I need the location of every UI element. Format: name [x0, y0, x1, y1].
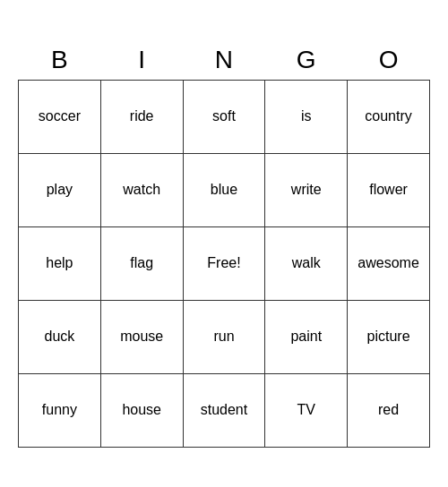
bingo-header-B: B [19, 40, 101, 81]
bingo-cell-4-0[interactable]: funny [19, 373, 101, 447]
bingo-cell-0-2[interactable]: soft [183, 80, 265, 153]
bingo-cell-3-3[interactable]: paint [265, 300, 348, 373]
bingo-cell-1-0[interactable]: play [19, 153, 101, 226]
bingo-cell-0-4[interactable]: country [348, 80, 430, 153]
bingo-cell-0-1[interactable]: ride [100, 80, 183, 153]
bingo-card: BINGO soccerridesoftiscountryplaywatchbl… [18, 40, 430, 448]
bingo-header-G: G [265, 40, 348, 81]
bingo-cell-0-0[interactable]: soccer [19, 80, 101, 153]
bingo-cell-4-4[interactable]: red [348, 373, 430, 447]
bingo-cell-2-0[interactable]: help [19, 226, 101, 300]
bingo-cell-3-4[interactable]: picture [348, 300, 430, 373]
bingo-cell-4-1[interactable]: house [100, 373, 183, 447]
bingo-cell-1-2[interactable]: blue [183, 153, 265, 226]
table-row: funnyhousestudentTVred [19, 373, 430, 447]
bingo-header-N: N [183, 40, 265, 81]
bingo-cell-4-3[interactable]: TV [265, 373, 348, 447]
bingo-cell-2-1[interactable]: flag [100, 226, 183, 300]
bingo-cell-1-1[interactable]: watch [100, 153, 183, 226]
bingo-cell-2-4[interactable]: awesome [348, 226, 430, 300]
bingo-cell-1-4[interactable]: flower [348, 153, 430, 226]
bingo-cell-3-2[interactable]: run [183, 300, 265, 373]
bingo-cell-4-2[interactable]: student [183, 373, 265, 447]
table-row: soccerridesoftiscountry [19, 80, 430, 153]
bingo-cell-3-1[interactable]: mouse [100, 300, 183, 373]
bingo-cell-2-2[interactable]: Free! [183, 226, 265, 300]
table-row: playwatchbluewriteflower [19, 153, 430, 226]
bingo-cell-1-3[interactable]: write [265, 153, 348, 226]
bingo-header-I: I [100, 40, 183, 81]
bingo-cell-3-0[interactable]: duck [19, 300, 101, 373]
bingo-cell-2-3[interactable]: walk [265, 226, 348, 300]
bingo-header-O: O [348, 40, 430, 81]
bingo-cell-0-3[interactable]: is [265, 80, 348, 153]
table-row: duckmouserunpaintpicture [19, 300, 430, 373]
table-row: helpflagFree!walkawesome [19, 226, 430, 300]
